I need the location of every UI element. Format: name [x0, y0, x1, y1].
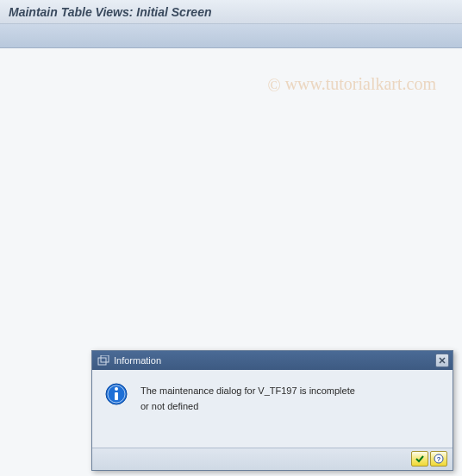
- svg-point-6: [115, 387, 118, 391]
- copyright-symbol: ©: [267, 76, 280, 95]
- svg-text:?: ?: [437, 455, 441, 463]
- dialog-body: The maintenance dialog for V_TF197 is in…: [92, 370, 453, 448]
- dialog-footer: ?: [92, 448, 453, 470]
- svg-rect-7: [115, 392, 118, 400]
- svg-rect-0: [98, 358, 106, 365]
- help-icon: ?: [434, 454, 444, 464]
- information-dialog: Information The maintenance dialog fo: [91, 350, 453, 471]
- watermark: © www.tutorialkart.com: [267, 74, 436, 96]
- window-title: Maintain Table Views: Initial Screen: [9, 5, 211, 19]
- dialog-title: Information: [114, 355, 161, 366]
- overlap-window-icon: [97, 355, 109, 366]
- message-line-2: or not defined: [140, 399, 355, 415]
- confirm-button[interactable]: [411, 451, 428, 467]
- dialog-title-left: Information: [97, 355, 161, 366]
- svg-rect-1: [101, 355, 109, 362]
- watermark-text: www.tutorialkart.com: [285, 74, 436, 93]
- info-icon: [104, 382, 128, 406]
- window-title-bar: Maintain Table Views: Initial Screen: [0, 0, 462, 24]
- help-button[interactable]: ?: [430, 451, 447, 467]
- dialog-titlebar[interactable]: Information: [92, 351, 453, 370]
- message-line-1: The maintenance dialog for V_TF197 is in…: [140, 384, 355, 399]
- close-button[interactable]: [435, 354, 449, 367]
- content-area: © www.tutorialkart.com Information: [0, 48, 462, 476]
- check-icon: [415, 454, 425, 464]
- application-toolbar: [0, 24, 462, 48]
- close-icon: [439, 357, 446, 364]
- dialog-message: The maintenance dialog for V_TF197 is in…: [140, 382, 355, 414]
